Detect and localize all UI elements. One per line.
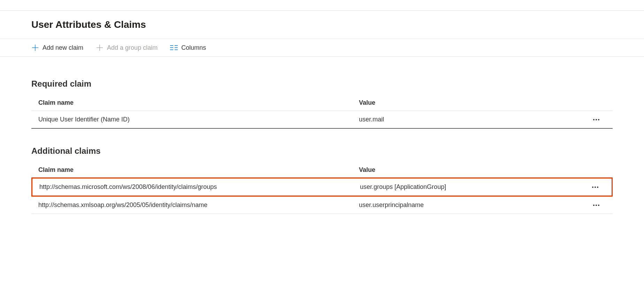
claim-name-cell: http://schemas.microsoft.com/ws/2008/06/… bbox=[39, 183, 360, 191]
add-new-claim-label: Add new claim bbox=[43, 44, 83, 51]
table-row[interactable]: Unique User Identifier (Name ID) user.ma… bbox=[31, 111, 613, 129]
required-claim-heading: Required claim bbox=[31, 79, 613, 89]
claim-value-cell: user.mail bbox=[359, 116, 484, 123]
column-header-value[interactable]: Value bbox=[359, 166, 484, 174]
claim-name-cell: Unique User Identifier (Name ID) bbox=[38, 116, 359, 123]
table-header: Claim name Value bbox=[31, 95, 613, 111]
column-header-claim-name[interactable]: Claim name bbox=[38, 166, 359, 174]
column-header-value[interactable]: Value bbox=[359, 99, 484, 106]
columns-button[interactable]: Columns bbox=[170, 44, 206, 51]
more-icon bbox=[592, 186, 593, 188]
more-icon bbox=[595, 186, 596, 188]
more-icon bbox=[596, 205, 597, 206]
claim-value-cell: user.userprincipalname bbox=[359, 201, 484, 209]
more-icon bbox=[596, 119, 597, 120]
claim-value-cell: user.groups [ApplicationGroup] bbox=[360, 183, 485, 191]
page-title: User Attributes & Claims bbox=[0, 11, 644, 39]
row-actions-button[interactable] bbox=[590, 118, 602, 122]
table-row[interactable]: http://schemas.microsoft.com/ws/2008/06/… bbox=[31, 177, 613, 197]
column-header-claim-name[interactable]: Claim name bbox=[38, 99, 359, 106]
additional-claims-table: Claim name Value http://schemas.microsof… bbox=[31, 162, 613, 214]
add-new-claim-button[interactable]: Add new claim bbox=[31, 44, 83, 51]
more-icon bbox=[597, 186, 598, 188]
claim-name-cell: http://schemas.xmlsoap.org/ws/2005/05/id… bbox=[38, 201, 359, 209]
columns-label: Columns bbox=[181, 44, 206, 51]
add-group-claim-label: Add a group claim bbox=[107, 44, 158, 51]
plus-icon bbox=[96, 44, 104, 51]
more-icon bbox=[593, 119, 595, 120]
table-header: Claim name Value bbox=[31, 162, 613, 178]
add-group-claim-button: Add a group claim bbox=[96, 44, 158, 51]
toolbar: Add new claim Add a group claim bbox=[0, 39, 644, 57]
row-actions-button[interactable] bbox=[590, 203, 602, 207]
columns-icon bbox=[170, 44, 178, 51]
table-row[interactable]: http://schemas.xmlsoap.org/ws/2005/05/id… bbox=[31, 197, 613, 214]
additional-claims-heading: Additional claims bbox=[31, 146, 613, 156]
more-icon bbox=[598, 119, 599, 120]
required-claims-table: Claim name Value Unique User Identifier … bbox=[31, 95, 613, 129]
row-actions-button[interactable] bbox=[589, 185, 601, 189]
more-icon bbox=[593, 205, 595, 206]
more-icon bbox=[598, 205, 599, 206]
plus-icon bbox=[31, 44, 39, 51]
